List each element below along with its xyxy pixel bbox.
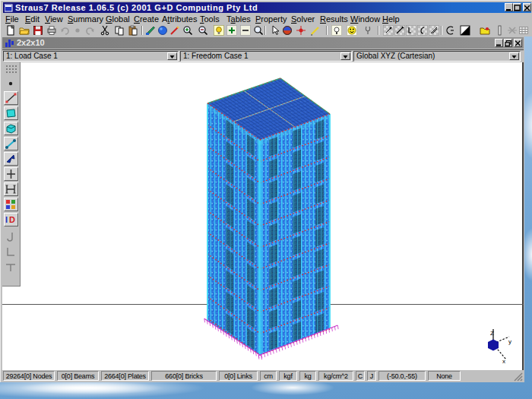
svg-text:x: x [502, 358, 505, 365]
svg-text:y: y [508, 338, 511, 345]
svg-text:I: I [5, 215, 8, 224]
svg-text:D: D [9, 215, 15, 224]
svg-text:Z: Z [490, 330, 494, 337]
